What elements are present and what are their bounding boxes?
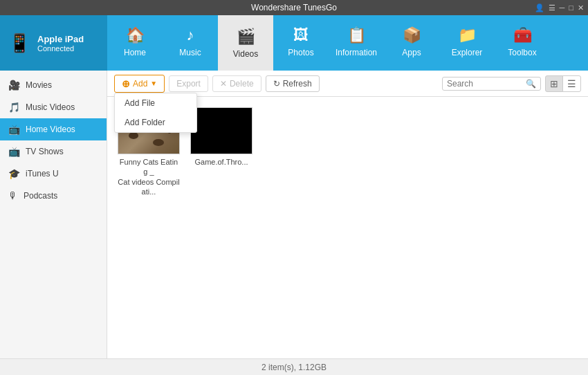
toolbox-icon: 🧰	[513, 26, 532, 44]
nav-label-apps: Apps	[402, 48, 421, 57]
podcasts-icon: 🎙	[8, 190, 18, 201]
explorer-icon: 📁	[458, 26, 477, 44]
maximize-icon[interactable]: □	[569, 3, 573, 12]
nav-item-information[interactable]: 📋 Information	[329, 15, 384, 71]
photos-icon: 🖼	[293, 26, 309, 44]
nav-items: 🏠 Home ♪ Music 🎬 Videos 🖼 Photos 📋 Infor…	[107, 15, 588, 71]
black-thumbnail	[191, 108, 252, 154]
apps-icon: 📦	[403, 26, 421, 44]
view-buttons: ⊞ ☰	[545, 75, 581, 92]
home-videos-icon: 📺	[8, 124, 20, 135]
movies-icon: 🎥	[8, 80, 20, 91]
add-dropdown-arrow: ▼	[150, 80, 157, 87]
nav-item-toolbox[interactable]: 🧰 Toolbox	[495, 15, 550, 71]
add-dropdown: Add File Add Folder	[114, 93, 197, 133]
sidebar-label-movies: Movies	[26, 80, 52, 90]
titlebar: Wondershare TunesGo 👤 ☰ ─ □ ✕	[0, 0, 588, 15]
device-info: 📱 Apple iPad Connected	[0, 15, 107, 71]
sidebar-item-home-videos[interactable]: 📺 Home Videos	[0, 118, 107, 140]
add-button[interactable]: ⊕ Add ▼	[114, 75, 165, 93]
file-name-2: Game.of.Thro...	[194, 157, 248, 167]
delete-icon: ✕	[220, 79, 227, 89]
content-area: ⊕ Add ▼ Add File Add Folder Export ✕ Del…	[107, 71, 588, 358]
search-box: 🔍	[442, 77, 541, 91]
sidebar-label-podcasts: Podcasts	[24, 191, 57, 201]
delete-button[interactable]: ✕ Delete	[212, 75, 261, 92]
sidebar-item-movies[interactable]: 🎥 Movies	[0, 74, 107, 96]
nav-label-information: Information	[336, 48, 377, 57]
add-folder-item[interactable]: Add Folder	[115, 113, 196, 132]
sidebar-item-music-videos[interactable]: 🎵 Music Videos	[0, 96, 107, 118]
nav-item-explorer[interactable]: 📁 Explorer	[439, 15, 495, 71]
export-button[interactable]: Export	[169, 75, 208, 92]
sidebar-label-home-videos: Home Videos	[26, 125, 75, 134]
statusbar: 2 item(s), 1.12GB	[0, 358, 588, 375]
sidebar-label-itunes-u: iTunes U	[26, 169, 59, 179]
file-name-1: Funny Cats Eating _Cat videos Compilati.…	[118, 157, 180, 196]
nav-item-photos[interactable]: 🖼 Photos	[273, 15, 329, 71]
itunes-u-icon: 🎓	[8, 168, 20, 179]
add-label: Add	[133, 79, 147, 89]
nav-item-apps[interactable]: 📦 Apps	[384, 15, 439, 71]
status-text: 2 item(s), 1.12GB	[261, 363, 327, 372]
device-status: Connected	[37, 44, 84, 53]
grid-view-button[interactable]: ⊞	[545, 75, 563, 92]
videos-icon: 🎬	[237, 28, 255, 46]
nav-label-videos: Videos	[233, 49, 258, 59]
music-icon: ♪	[187, 26, 194, 44]
add-plus-icon: ⊕	[122, 78, 130, 89]
nav-item-music[interactable]: ♪ Music	[163, 15, 218, 71]
export-label: Export	[176, 79, 201, 89]
toolbar: ⊕ Add ▼ Add File Add Folder Export ✕ Del…	[107, 71, 588, 97]
refresh-icon: ↻	[273, 79, 280, 89]
nav-label-toolbox: Toolbox	[508, 48, 536, 57]
file-item-2[interactable]: Game.of.Thro...	[190, 107, 252, 196]
sidebar-item-itunes-u[interactable]: 🎓 iTunes U	[0, 163, 107, 185]
close-icon[interactable]: ✕	[578, 3, 584, 12]
nav-item-home[interactable]: 🏠 Home	[107, 15, 163, 71]
nav-label-music: Music	[179, 48, 201, 57]
list-view-button[interactable]: ☰	[562, 75, 581, 92]
delete-label: Delete	[230, 79, 254, 89]
window-controls: 👤 ☰ ─ □ ✕	[535, 3, 584, 12]
main-area: 🎥 Movies 🎵 Music Videos 📺 Home Videos 📺 …	[0, 71, 588, 358]
file-thumb-2	[190, 107, 252, 154]
navbar: 📱 Apple iPad Connected 🏠 Home ♪ Music 🎬 …	[0, 15, 588, 71]
sidebar-item-podcasts[interactable]: 🎙 Podcasts	[0, 185, 107, 207]
search-input[interactable]	[447, 79, 523, 89]
sidebar: 🎥 Movies 🎵 Music Videos 📺 Home Videos 📺 …	[0, 71, 107, 358]
user-icon[interactable]: 👤	[535, 3, 544, 12]
nav-label-explorer: Explorer	[452, 48, 483, 57]
add-file-item[interactable]: Add File	[115, 93, 196, 113]
sidebar-label-music-videos: Music Videos	[26, 102, 75, 112]
nav-label-photos: Photos	[288, 48, 313, 57]
device-text: Apple iPad Connected	[37, 34, 84, 53]
app-title: Wondershare TunesGo	[251, 3, 337, 12]
home-icon: 🏠	[126, 26, 145, 44]
device-icon: 📱	[8, 33, 30, 54]
tv-shows-icon: 📺	[8, 146, 20, 157]
music-videos-icon: 🎵	[8, 102, 20, 113]
search-icon: 🔍	[526, 79, 536, 89]
sidebar-item-tv-shows[interactable]: 📺 TV Shows	[0, 140, 107, 163]
nav-label-home: Home	[124, 48, 146, 57]
minimize-icon[interactable]: ─	[560, 3, 565, 12]
files-grid: Funny Cats Eating _Cat videos Compilati.…	[107, 97, 588, 358]
information-icon: 📋	[347, 26, 366, 44]
menu-icon[interactable]: ☰	[549, 3, 555, 12]
sidebar-label-tv-shows: TV Shows	[26, 147, 64, 156]
nav-item-videos[interactable]: 🎬 Videos	[218, 15, 273, 71]
device-name: Apple iPad	[37, 34, 84, 44]
refresh-label: Refresh	[283, 79, 312, 89]
refresh-button[interactable]: ↻ Refresh	[266, 75, 320, 92]
